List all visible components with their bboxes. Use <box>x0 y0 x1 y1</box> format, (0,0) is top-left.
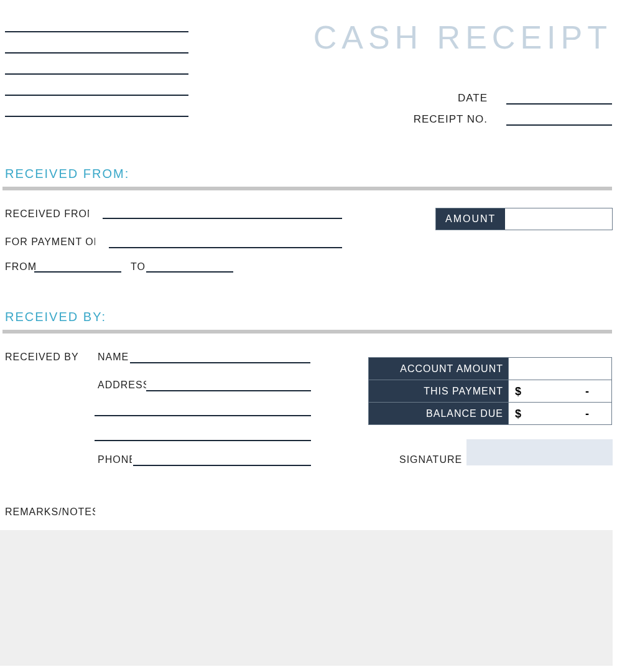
document-title: CASH RECEIPT <box>313 19 612 56</box>
period-from-input-line[interactable] <box>34 271 121 273</box>
name-label: NAME <box>98 352 130 363</box>
received-from-section-title: RECEIVED FROM: <box>5 167 129 181</box>
amount-label: AMOUNT <box>436 208 505 230</box>
date-row: DATE <box>458 92 612 105</box>
period-to-label: TO <box>131 261 146 273</box>
company-line-5[interactable] <box>5 116 188 117</box>
received-by-section-title: RECEIVED BY: <box>5 310 106 324</box>
company-line-4[interactable] <box>5 95 188 96</box>
this-payment-label: THIS PAYMENT <box>369 380 509 403</box>
date-input-line[interactable] <box>506 103 612 105</box>
signature-box[interactable] <box>466 439 613 465</box>
currency-symbol: $ <box>515 407 522 420</box>
remarks-label: REMARKS/NOTES <box>5 506 95 518</box>
address-input-line-2[interactable] <box>95 415 311 416</box>
signature-label: SIGNATURE <box>399 454 462 465</box>
divider-1 <box>2 187 612 190</box>
address-input-line-1[interactable] <box>146 390 311 391</box>
received-from-label: RECEIVED FROM <box>5 208 89 220</box>
balance-due-dash: - <box>585 407 590 420</box>
phone-label: PHONE <box>98 454 132 465</box>
receipt-no-input-line[interactable] <box>506 124 612 126</box>
address-input-line-3[interactable] <box>95 440 311 441</box>
received-from-input-line[interactable] <box>103 218 342 219</box>
date-label: DATE <box>458 92 488 105</box>
company-line-2[interactable] <box>5 52 188 54</box>
balance-due-value[interactable]: $ - <box>509 403 612 425</box>
received-by-label: RECEIVED BY <box>5 352 80 363</box>
this-payment-dash: - <box>585 385 590 398</box>
account-amount-label: ACCOUNT AMOUNT <box>369 358 509 380</box>
summary-table: ACCOUNT AMOUNT THIS PAYMENT $ - BALANCE … <box>368 357 612 425</box>
for-payment-label: FOR PAYMENT OF <box>5 236 95 248</box>
company-line-1[interactable] <box>5 31 188 32</box>
divider-2 <box>2 330 612 334</box>
remarks-box[interactable] <box>0 530 613 666</box>
receipt-no-row: RECEIPT NO. <box>414 113 612 126</box>
this-payment-value[interactable]: $ - <box>509 380 612 403</box>
name-input-line[interactable] <box>130 362 310 363</box>
period-from-label: FROM <box>5 261 37 273</box>
company-info-lines <box>5 31 188 137</box>
account-amount-value[interactable] <box>509 358 612 380</box>
company-line-3[interactable] <box>5 73 188 75</box>
balance-due-label: BALANCE DUE <box>369 403 509 425</box>
amount-value[interactable] <box>505 208 612 230</box>
for-payment-input-line[interactable] <box>109 247 342 248</box>
currency-symbol: $ <box>515 385 522 398</box>
phone-input-line[interactable] <box>133 465 311 466</box>
amount-box: AMOUNT <box>435 208 613 230</box>
address-label: ADDRESS <box>98 380 146 391</box>
receipt-no-label: RECEIPT NO. <box>414 113 488 126</box>
period-to-input-line[interactable] <box>146 271 233 273</box>
